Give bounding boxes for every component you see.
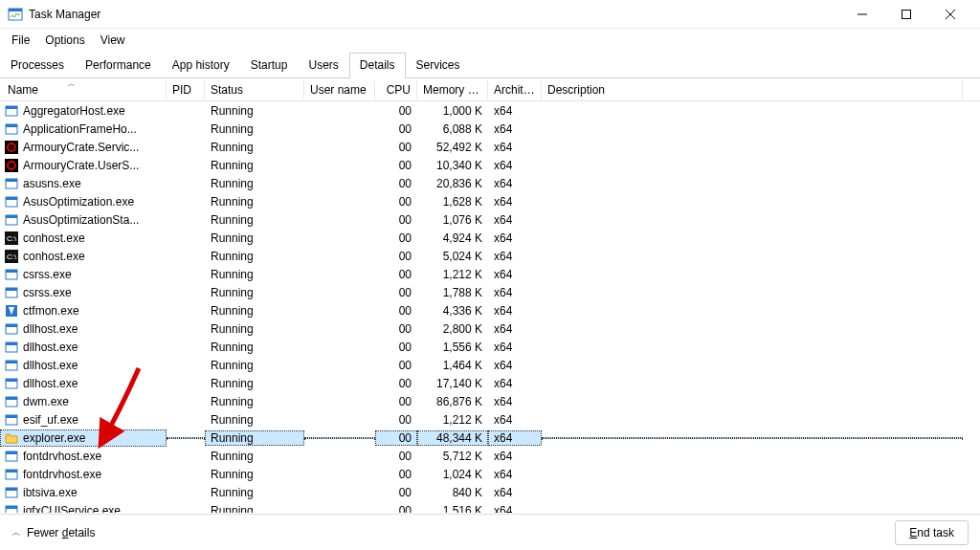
process-name: dwm.exe <box>23 395 69 408</box>
cell-arch: x64 <box>488 140 542 155</box>
cell-desc <box>542 510 963 512</box>
column-name[interactable]: Name︿ <box>0 80 167 99</box>
column-architecture[interactable]: Archite... <box>488 80 542 99</box>
table-row[interactable]: csrss.exeRunning001,212 Kx64 <box>0 265 980 283</box>
cell-cpu: 00 <box>375 503 417 514</box>
table-row[interactable]: dwm.exeRunning0086,876 Kx64 <box>0 392 980 410</box>
cell-cpu: 00 <box>375 358 417 373</box>
table-row[interactable]: esif_uf.exeRunning001,212 Kx64 <box>0 410 980 429</box>
cell-pid <box>167 255 205 257</box>
cell-user <box>304 110 375 112</box>
table-row[interactable]: fontdrvhost.exeRunning005,712 Kx64 <box>0 447 980 465</box>
cell-desc <box>542 437 963 439</box>
cell-arch: x64 <box>488 394 542 409</box>
svg-rect-15 <box>6 179 17 182</box>
process-name: ibtsiva.exe <box>23 486 78 499</box>
table-row[interactable]: ctfmon.exeRunning004,336 Kx64 <box>0 301 980 319</box>
titlebar[interactable]: Task Manager <box>0 0 980 29</box>
cell-arch: x64 <box>488 158 542 173</box>
menu-file[interactable]: File <box>4 31 37 50</box>
tab-services[interactable]: Services <box>406 53 471 78</box>
process-name: igfxCUIService.exe <box>23 504 121 514</box>
cell-user <box>304 310 375 312</box>
minimize-button[interactable] <box>840 0 884 29</box>
process-name: esif_uf.exe <box>23 413 78 427</box>
table-row[interactable]: ArmouryCrate.UserS...Running0010,340 Kx6… <box>0 156 980 174</box>
process-name: dllhost.exe <box>23 377 78 390</box>
table-row[interactable]: asusns.exeRunning0020,836 Kx64 <box>0 174 980 192</box>
process-icon: C:\ <box>4 231 19 246</box>
column-description[interactable]: Description <box>542 80 963 99</box>
window-title: Task Manager <box>29 8 840 21</box>
process-icon <box>4 321 19 337</box>
process-name: csrss.exe <box>23 286 72 299</box>
tab-performance[interactable]: Performance <box>75 53 162 78</box>
cell-desc <box>542 165 963 166</box>
table-row[interactable]: dllhost.exeRunning0017,140 Kx64 <box>0 374 980 392</box>
maximize-button[interactable] <box>884 0 928 29</box>
svg-rect-48 <box>6 506 17 509</box>
table-row[interactable]: AggregatorHost.exeRunning001,000 Kx64 <box>0 101 980 120</box>
cell-user <box>304 455 375 457</box>
cell-arch: x64 <box>488 212 542 228</box>
process-name: ApplicationFrameHo... <box>23 122 137 136</box>
table-row[interactable]: AsusOptimizationSta...Running001,076 Kx6… <box>0 210 980 229</box>
process-icon <box>4 376 19 391</box>
tab-app-history[interactable]: App history <box>162 53 240 78</box>
cell-user <box>304 255 375 257</box>
table-row[interactable]: ibtsiva.exeRunning00840 Kx64 <box>0 483 980 501</box>
tab-users[interactable]: Users <box>298 53 348 78</box>
cell-user <box>304 201 375 203</box>
cell-status: Running <box>205 303 304 319</box>
cell-desc <box>542 455 963 457</box>
fewer-details-toggle[interactable]: ︿ Fewer details <box>11 526 95 539</box>
cell-cpu: 00 <box>375 430 417 446</box>
table-row[interactable]: fontdrvhost.exeRunning001,024 Kx64 <box>0 465 980 483</box>
table-row[interactable]: C:\conhost.exeRunning005,024 Kx64 <box>0 247 980 265</box>
cell-memory: 1,628 K <box>417 194 488 209</box>
cell-status: Running <box>205 340 304 355</box>
table-row[interactable]: dllhost.exeRunning001,464 Kx64 <box>0 356 980 374</box>
process-icon <box>4 503 19 514</box>
cell-cpu: 00 <box>375 467 417 482</box>
svg-rect-36 <box>6 379 17 382</box>
cell-status: Running <box>205 212 304 228</box>
cell-arch: x64 <box>488 176 542 191</box>
column-status[interactable]: Status <box>205 80 304 99</box>
table-row[interactable]: AsusOptimization.exeRunning001,628 Kx64 <box>0 192 980 210</box>
menu-view[interactable]: View <box>93 31 133 50</box>
column-memory[interactable]: Memory (a... <box>417 80 488 99</box>
close-button[interactable] <box>928 0 972 29</box>
cell-memory: 86,876 K <box>417 394 488 409</box>
menu-options[interactable]: Options <box>37 31 92 50</box>
cell-cpu: 00 <box>375 303 417 319</box>
cell-arch: x64 <box>488 103 542 119</box>
tab-processes[interactable]: Processes <box>0 53 75 78</box>
cell-arch: x64 <box>488 285 542 300</box>
cell-desc <box>542 183 963 185</box>
cell-arch: x64 <box>488 303 542 319</box>
tab-details[interactable]: Details <box>349 53 406 78</box>
column-user[interactable]: User name <box>304 80 375 99</box>
column-pid[interactable]: PID <box>167 80 205 99</box>
table-row[interactable]: csrss.exeRunning001,788 Kx64 <box>0 283 980 301</box>
cell-status: Running <box>205 121 304 137</box>
process-icon <box>4 485 19 500</box>
table-row[interactable]: dllhost.exeRunning002,800 Kx64 <box>0 319 980 338</box>
cell-pid <box>167 165 205 166</box>
svg-rect-30 <box>6 324 17 327</box>
table-row[interactable]: C:\conhost.exeRunning004,924 Kx64 <box>0 229 980 247</box>
tab-startup[interactable]: Startup <box>240 53 299 78</box>
process-name: dllhost.exe <box>23 322 78 336</box>
table-row[interactable]: explorer.exeRunning0048,344 Kx64 <box>0 429 980 447</box>
cell-pid <box>167 473 205 475</box>
end-task-button[interactable]: End task <box>895 520 969 545</box>
table-row[interactable]: ApplicationFrameHo...Running006,088 Kx64 <box>0 120 980 138</box>
table-row[interactable]: dllhost.exeRunning001,556 Kx64 <box>0 338 980 356</box>
process-rows[interactable]: AggregatorHost.exeRunning001,000 Kx64App… <box>0 101 980 513</box>
cell-pid <box>167 419 205 421</box>
table-row[interactable]: ArmouryCrate.Servic...Running0052,492 Kx… <box>0 138 980 156</box>
column-cpu[interactable]: CPU <box>375 80 417 99</box>
table-row[interactable]: igfxCUIService.exeRunning001,516 Kx64 <box>0 501 980 513</box>
cell-status: Running <box>205 249 304 264</box>
